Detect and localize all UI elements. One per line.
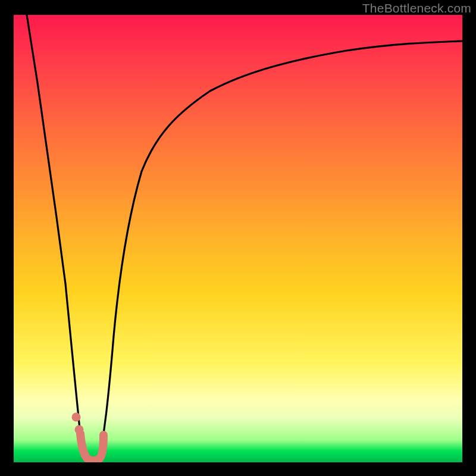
chart-svg	[14, 15, 462, 462]
curve-left-branch	[27, 15, 85, 453]
chart-plot-area	[14, 15, 462, 462]
valley-marker	[80, 434, 104, 461]
marker-dot-upper	[72, 413, 81, 422]
chart-frame: TheBottleneck.com	[0, 0, 476, 476]
marker-dot-lower	[75, 425, 84, 434]
watermark-text: TheBottleneck.com	[362, 1, 471, 15]
curve-right-branch	[101, 41, 462, 453]
